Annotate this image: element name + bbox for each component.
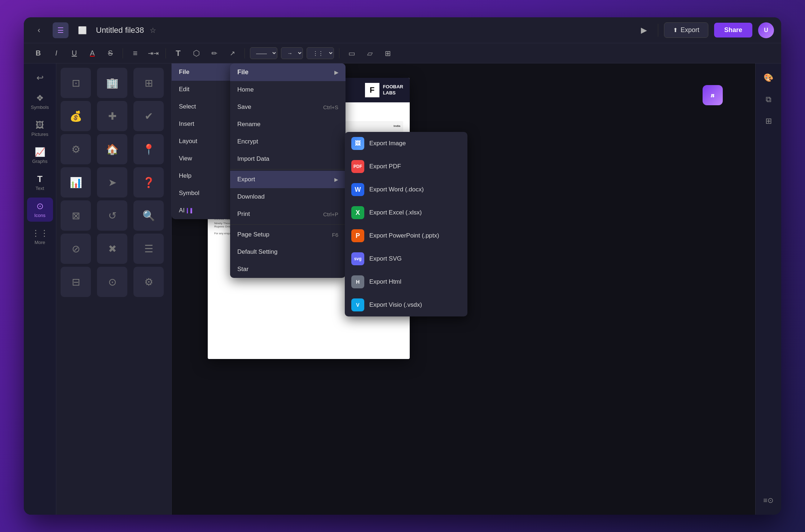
ai-button-container: 𝒏 <box>703 85 723 105</box>
line-style-select[interactable]: —— <box>250 47 277 59</box>
italic-button[interactable]: I <box>49 46 63 61</box>
right-sidebar: 🎨 ⧉ ⊞ ≡⊙ <box>755 63 781 515</box>
export-submenu: 🖼 Export Image PDF Export PDF W Export W… <box>345 132 467 316</box>
symbol-cell[interactable]: ☰ <box>133 234 164 264</box>
symbol-cell[interactable]: ✔ <box>133 101 164 131</box>
symbol-cell[interactable]: 📍 <box>133 134 164 164</box>
export-svg-item[interactable]: svg Export SVG <box>345 247 467 270</box>
more-icon: ⋮⋮ <box>31 228 49 238</box>
sidebar-item-graphs[interactable]: 📈 Graphs <box>27 143 53 168</box>
file-menu-page-setup[interactable]: Page Setup F6 <box>230 226 346 243</box>
canvas-area[interactable]: tation F FOOBARLABS 004 Jun 18, 2019 Stu… <box>172 63 755 515</box>
indent-button[interactable]: ⇥⇥ <box>146 46 160 61</box>
symbol-cell[interactable]: 🔍 <box>133 200 164 231</box>
rect-button[interactable]: ▭ <box>344 46 359 61</box>
underline-button[interactable]: U <box>67 46 82 61</box>
grid-select[interactable]: ⋮⋮ <box>307 47 334 59</box>
text-button[interactable]: T <box>171 46 185 61</box>
pencil-button[interactable]: ✏ <box>207 46 221 61</box>
shape-button[interactable]: ⬡ <box>189 46 203 61</box>
play-button[interactable]: ▶ <box>636 22 652 38</box>
symbol-cell[interactable]: ⊘ <box>61 234 91 264</box>
text-label: Text <box>36 186 44 191</box>
file-menu-import-data[interactable]: Import Data <box>230 150 346 168</box>
file-menu-save[interactable]: Save Ctrl+S <box>230 98 346 116</box>
export-pdf-icon: PDF <box>351 160 364 173</box>
symbol-cell[interactable]: 🏠 <box>97 134 127 164</box>
align-button[interactable]: ≡ <box>128 46 142 61</box>
format-tool[interactable]: 🎨 <box>760 69 777 87</box>
more-label: More <box>35 240 45 245</box>
avatar[interactable]: U <box>758 22 774 38</box>
symbol-cell[interactable]: ⊙ <box>97 267 127 297</box>
table-button[interactable]: ⊞ <box>380 46 395 61</box>
sidebar-item-more[interactable]: ⋮⋮ More <box>27 225 53 249</box>
ai-button[interactable]: 𝒏 <box>703 85 723 105</box>
upload-icon: ⬆ <box>673 27 678 34</box>
file-submenu: File Home Save Ctrl+S Rename Encrypt <box>230 63 346 278</box>
file-menu-star[interactable]: Star <box>230 261 346 278</box>
export-pdf-item[interactable]: PDF Export PDF <box>345 155 467 178</box>
sidebar-item-icons[interactable]: ⊙ Icons <box>27 198 53 222</box>
file-menu-default-setting[interactable]: Default Setting <box>230 243 346 261</box>
export-word-icon: W <box>351 183 364 196</box>
export-ppt-item[interactable]: P Export PowerPoint (.pptx) <box>345 224 467 247</box>
sidebar-item-undo[interactable]: ↩ <box>27 69 53 87</box>
export-image-item[interactable]: 🖼 Export Image <box>345 132 467 155</box>
ai-gradient-text: ▎▌ <box>187 208 194 213</box>
export-html-item[interactable]: H Export Html <box>345 270 467 293</box>
symbol-panel: ⊡ 🏢 ⊞ 💰 ✚ ✔ ⚙ 🏠 📍 📊 ➤ ❓ ⊠ ↺ 🔍 <box>56 63 172 515</box>
bold-button[interactable]: B <box>31 46 45 61</box>
company-name: FOOBARLABS <box>383 84 403 96</box>
symbol-cell[interactable]: ✚ <box>97 101 127 131</box>
connector-button[interactable]: ↗ <box>225 46 239 61</box>
settings-tool[interactable]: ≡⊙ <box>760 492 777 509</box>
hamburger-menu-button[interactable]: ☰ <box>53 22 69 38</box>
star-button[interactable]: ☆ <box>150 26 156 35</box>
sidebar-item-text[interactable]: T Text <box>27 170 53 195</box>
pictures-icon: 🖼 <box>36 120 44 130</box>
menu-sep2 <box>230 224 346 225</box>
top-bar: ‹ ☰ ⬜ Untitled file38 ☆ ▶ ⬆ Export Share… <box>24 17 781 43</box>
strikethrough-button[interactable]: S <box>103 46 118 61</box>
symbol-cell[interactable]: ➤ <box>97 167 127 198</box>
symbol-cell[interactable]: 📊 <box>61 167 91 198</box>
file-menu-home[interactable]: Home <box>230 81 346 98</box>
arrow-style-select[interactable]: → <box>281 47 303 59</box>
back-button[interactable]: ‹ <box>31 22 47 38</box>
export-visio-item[interactable]: V Export Visio (.vsdx) <box>345 293 467 316</box>
symbol-cell[interactable]: ✖ <box>97 234 127 264</box>
graphs-icon: 📈 <box>35 147 45 157</box>
share-button[interactable]: Share <box>714 23 752 37</box>
file-menu-header: File <box>230 63 346 81</box>
export-word-item[interactable]: W Export Word (.docx) <box>345 178 467 201</box>
symbol-cell[interactable]: ❓ <box>133 167 164 198</box>
symbol-cell[interactable]: ⊡ <box>61 68 91 98</box>
export-ppt-icon: P <box>351 229 364 242</box>
export-excel-item[interactable]: X Export Excel (.xlsx) <box>345 201 467 224</box>
file-menu-encrypt[interactable]: Encrypt <box>230 133 346 150</box>
color-button[interactable]: A <box>85 46 100 61</box>
rect2-button[interactable]: ▱ <box>362 46 377 61</box>
sidebar-item-pictures[interactable]: 🖼 Pictures <box>27 116 53 141</box>
export-button[interactable]: ⬆ Export <box>664 22 708 38</box>
symbol-cell[interactable]: ⚙ <box>61 134 91 164</box>
symbol-cell[interactable]: ⊟ <box>61 267 91 297</box>
symbol-cell[interactable]: ⊠ <box>61 200 91 231</box>
clone-tool[interactable]: ⧉ <box>760 91 777 108</box>
graphs-label: Graphs <box>32 159 48 164</box>
symbol-cell[interactable]: ⚙ <box>133 267 164 297</box>
file-title: Untitled file38 <box>96 26 144 35</box>
file-menu-download[interactable]: Download <box>230 188 346 205</box>
file-menu-export[interactable]: Export ▶ <box>230 171 346 188</box>
file-menu-rename[interactable]: Rename <box>230 116 346 133</box>
sidebar-item-symbols[interactable]: ❖ Symbols <box>27 89 53 114</box>
symbol-cell[interactable]: ⊞ <box>133 68 164 98</box>
grid-view-tool[interactable]: ⊞ <box>760 112 777 130</box>
left-sidebar: ↩ ❖ Symbols 🖼 Pictures 📈 Graphs T Text ⊙… <box>24 63 56 515</box>
symbol-cell[interactable]: 🏢 <box>97 68 127 98</box>
symbol-cell[interactable]: 💰 <box>61 101 91 131</box>
ai-icon: 𝒏 <box>711 92 714 99</box>
symbol-cell[interactable]: ↺ <box>97 200 127 231</box>
file-menu-print[interactable]: Print Ctrl+P <box>230 205 346 223</box>
